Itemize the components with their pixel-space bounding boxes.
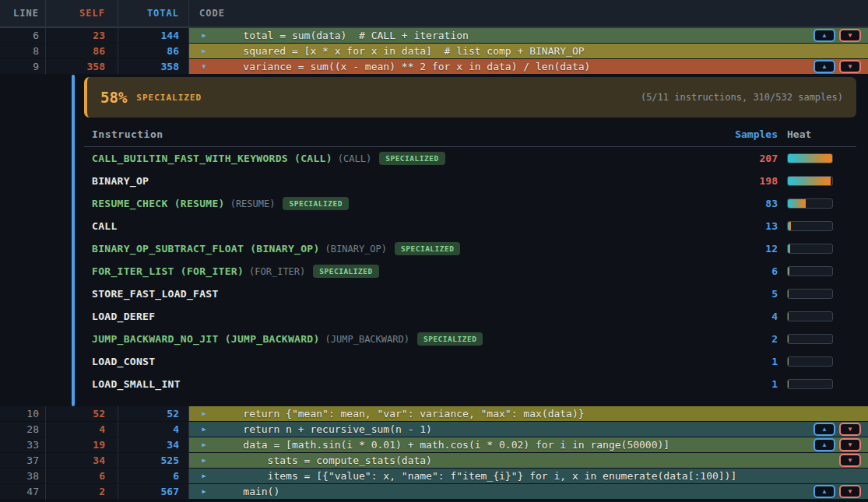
up-arrow-icon: ▲ [821,33,828,39]
instruction-row: JUMP_BACKWARD_NO_JIT (JUMP_BACKWARD) (JU… [84,328,856,350]
heat-bar-track [787,153,833,163]
heat-bar-fill [788,357,789,366]
jump-down-button[interactable]: ▼ [839,438,861,451]
instruction-name: BINARY_OP_SUBTRACT_FLOAT (BINARY_OP) [92,243,320,255]
heat-bar-track [787,356,833,367]
instruction-table-header: Instruction Samples Heat [84,122,856,147]
jump-down-button[interactable]: ▼ [839,485,861,498]
specialized-badge: SPECIALIZED [395,242,460,255]
code-line-row: 37 34 525 ▶ stats = compute_stats(data) … [0,453,868,469]
heat-bar [778,289,856,299]
code-line-row: 28 4 4 ▶ return n + recursive_sum(n - 1)… [0,422,868,437]
code-line-row: 33 19 34 ▶ data = [math.sin(i * 0.01) + … [0,437,868,453]
specialized-badge: SPECIALIZED [417,332,483,346]
code-text: variance = sum((x - mean) ** 2 for x in … [219,59,590,75]
code-cell[interactable]: ▶ stats = compute_stats(data) ▼ [189,453,868,469]
jump-up-button[interactable]: ▲ [814,60,835,73]
expand-arrow-icon[interactable]: ▶ [189,422,219,437]
jump-down-button[interactable]: ▼ [839,29,861,42]
instruction-name: LOAD_CONST [92,356,155,367]
heat-bar [778,356,856,367]
expand-arrow-icon[interactable]: ▶ [189,406,219,422]
instruction-row: LOAD_DEREF 4 [84,305,856,328]
total-samples: 525 [118,453,189,469]
specialization-counts: (5/11 instructions, 310/532 samples) [641,92,843,103]
expand-arrow-icon[interactable]: ▼ [189,59,219,75]
column-header-code: CODE [189,0,868,26]
jump-down-button[interactable]: ▼ [839,60,861,73]
instruction-samples: 12 [723,243,778,255]
code-cell[interactable]: ▶ data = [math.sin(i * 0.01) + math.cos(… [189,437,868,453]
instruction-samples: 207 [723,153,778,164]
instruction-samples: 6 [723,265,778,277]
heat-bar-track [787,289,833,299]
instruction-base-name: (CALL) [338,153,371,164]
code-cell[interactable]: ▶ return {"mean": mean, "var": variance,… [189,406,868,422]
jump-up-button[interactable]: ▲ [814,485,835,498]
code-cell[interactable]: ▶ total = sum(data) # CALL + iteration ▲… [189,28,868,44]
heat-bar [778,176,856,186]
jump-up-button[interactable]: ▲ [814,423,835,436]
instruction-name: JUMP_BACKWARD_NO_JIT (JUMP_BACKWARD) [92,333,320,345]
line-number: 47 [0,484,46,500]
line-number: 10 [0,406,46,422]
instruction-base-name: (FOR_ITER) [249,266,305,277]
specialization-detail-panel: 58% SPECIALIZED (5/11 instructions, 310/… [0,75,868,406]
column-header-self: SELF [46,0,118,26]
instruction-base-name: (BINARY_OP) [325,244,387,255]
instruction-samples: 2 [723,333,778,345]
table-header-row: LINE SELF TOTAL CODE [0,0,868,28]
instruction-row: BINARY_OP_SUBTRACT_FLOAT (BINARY_OP) (BI… [84,237,856,260]
jump-down-button[interactable]: ▼ [839,454,861,467]
instruction-name-group: CALL_BUILTIN_FAST_WITH_KEYWORDS (CALL) (… [84,152,723,165]
specialized-badge: SPECIALIZED [379,152,445,165]
specialized-badge: SPECIALIZED [313,265,378,278]
heat-bar-track [787,311,833,321]
specialized-percent: 58% [100,89,127,106]
expand-arrow-icon[interactable]: ▶ [189,453,219,469]
row-nav-buttons: ▲ ▼ [814,29,868,42]
code-line-row: 6 23 144 ▶ total = sum(data) # CALL + it… [0,28,868,44]
code-line-row: 47 2 567 ▶ main() ▲ ▼ [0,484,868,500]
self-samples: 86 [46,44,118,59]
instruction-name: STORE_FAST_LOAD_FAST [92,288,219,300]
jump-down-button[interactable]: ▼ [839,423,861,436]
code-cell[interactable]: ▶ main() ▲ ▼ [189,484,868,500]
jump-up-button[interactable]: ▲ [814,29,835,42]
heat-bar [778,198,856,209]
code-text: return n + recursive_sum(n - 1) [219,422,432,437]
expand-arrow-icon[interactable]: ▶ [189,484,219,500]
code-cell[interactable]: ▼ variance = sum((x - mean) ** 2 for x i… [189,59,868,75]
instruction-samples: 5 [723,288,778,300]
line-number: 33 [0,437,46,453]
instruction-name: BINARY_OP [92,175,149,187]
instruction-row: CALL 13 [84,215,856,237]
heat-bar-track [787,334,833,344]
instruction-samples: 1 [723,356,778,367]
expand-arrow-icon[interactable]: ▶ [189,469,219,484]
expand-arrow-icon[interactable]: ▶ [189,28,219,44]
code-line-row: 8 86 86 ▶ squared = [x * x for x in data… [0,44,868,59]
code-cell[interactable]: ▶ return n + recursive_sum(n - 1) ▲ ▼ [189,422,868,437]
code-cell[interactable]: ▶ squared = [x * x for x in data] # list… [189,44,868,59]
expand-arrow-icon[interactable]: ▶ [189,437,219,453]
heat-bar-track [787,266,833,276]
line-number: 9 [0,59,46,75]
heat-bar [778,244,856,254]
heat-bar [778,221,856,231]
row-nav-buttons: ▼ [839,454,868,467]
instruction-name-group: RESUME_CHECK (RESUME) (RESUME) SPECIALIZ… [84,197,723,210]
instruction-name-group: STORE_FAST_LOAD_FAST [84,288,723,300]
line-number: 28 [0,422,46,437]
expand-arrow-icon[interactable]: ▶ [189,44,219,59]
heat-bar-fill [788,380,789,388]
jump-up-button[interactable]: ▲ [814,438,835,451]
instruction-row: LOAD_CONST 1 [84,350,856,373]
self-samples: 19 [46,437,118,453]
heat-bar [778,311,856,321]
instruction-row: LOAD_SMALL_INT 1 [84,373,856,395]
specialized-label: SPECIALIZED [136,93,202,103]
code-cell[interactable]: ▶ items = [{"value": x, "name": f"item_{… [189,469,868,484]
instruction-samples: 1 [723,378,778,390]
heat-bar-fill [788,154,832,163]
